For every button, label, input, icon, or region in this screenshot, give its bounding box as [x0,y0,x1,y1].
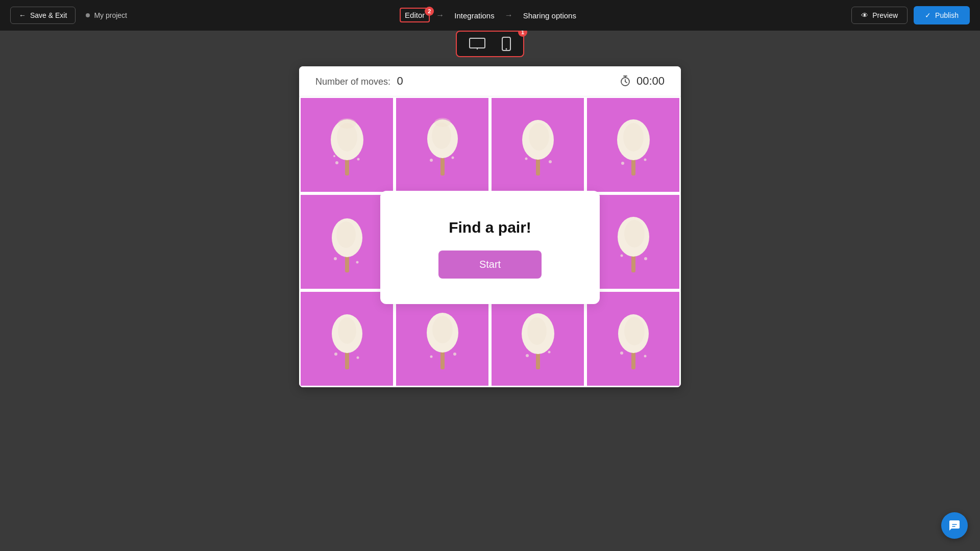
svg-point-4 [506,48,507,50]
mobile-device-button[interactable] [498,35,515,53]
svg-point-51 [453,353,456,356]
popsicle-icon [512,303,564,374]
svg-point-46 [334,353,337,356]
publish-button[interactable]: ✓ Publish [914,6,970,24]
chat-icon [948,519,961,532]
timer-section: 00:00 [619,74,665,88]
svg-point-56 [526,354,529,357]
start-game-button[interactable]: Start [438,251,542,279]
eye-icon: 👁 [861,11,868,19]
svg-point-60 [624,317,645,345]
timer-display: 00:00 [636,74,665,88]
svg-point-41 [644,257,647,260]
project-name-section: My project [86,11,127,19]
popsicle-icon [608,303,659,374]
svg-point-14 [335,161,338,164]
svg-point-47 [356,357,359,359]
top-navigation: ← Save & Exit My project Editor 2 → Inte… [0,0,980,31]
check-icon: ✓ [925,11,931,19]
svg-point-20 [434,118,451,127]
svg-point-31 [621,162,624,165]
back-arrow-icon: ← [19,11,26,19]
device-toolbar: 1 [456,31,524,57]
svg-rect-17 [440,158,445,176]
game-grid: Find a pair! Start [299,96,681,387]
card-11[interactable] [490,290,585,387]
svg-point-52 [430,356,432,358]
card-1[interactable] [299,96,395,193]
svg-point-30 [623,123,644,152]
find-pair-title: Find a pair! [449,219,531,236]
moves-label: Number of moves: [315,77,390,87]
svg-point-16 [333,155,335,157]
svg-rect-38 [631,255,635,272]
svg-point-61 [620,352,623,355]
editor-badge: 2 [425,7,434,16]
svg-rect-48 [440,352,445,369]
project-dot [86,13,90,17]
card-4[interactable] [585,96,681,193]
svg-rect-43 [345,352,349,369]
mobile-icon [502,37,511,51]
svg-point-21 [430,159,433,162]
popsicle-icon [608,109,659,181]
svg-point-26 [549,160,552,163]
card-9[interactable] [299,290,395,387]
svg-rect-23 [536,158,540,176]
svg-point-55 [527,317,547,345]
svg-point-40 [624,220,645,247]
svg-rect-53 [536,352,540,369]
card-10[interactable] [395,290,490,387]
svg-point-62 [644,355,646,358]
stats-bar: Number of moves: 0 00:00 [299,66,681,96]
moves-section: Number of moves: 0 [315,74,403,88]
popsicle-icon [322,206,373,278]
svg-point-32 [644,159,646,161]
svg-rect-28 [631,158,635,176]
svg-rect-0 [470,38,485,48]
nav-right-actions: 👁 Preview ✓ Publish [851,6,970,24]
sharing-step[interactable]: Sharing options [519,9,580,22]
game-container: Number of moves: 0 00:00 [299,66,681,387]
svg-rect-10 [345,158,349,176]
integrations-step[interactable]: Integrations [450,9,498,22]
canvas-area: Number of moves: 0 00:00 [0,56,980,551]
svg-point-37 [356,261,358,264]
chat-button[interactable] [941,512,968,539]
card-2[interactable] [395,96,490,193]
svg-point-35 [336,221,356,248]
svg-rect-33 [345,255,349,272]
popsicle-icon [512,109,564,181]
svg-point-50 [432,316,453,343]
card-12[interactable] [585,290,681,387]
card-8[interactable] [585,193,681,290]
nav-steps: Editor 2 → Integrations → Sharing option… [400,9,580,22]
popsicle-icon [322,303,373,374]
publish-label: Publish [935,11,959,19]
desktop-device-button[interactable] [465,36,489,52]
editor-step-wrapper: Editor 2 [400,11,430,20]
save-exit-label: Save & Exit [30,11,67,19]
popsicle-icon [417,303,468,374]
svg-point-13 [338,118,356,129]
find-pair-dialog: Find a pair! Start [380,191,600,304]
svg-point-36 [334,257,337,260]
popsicle-icon [322,109,373,181]
save-exit-button[interactable]: ← Save & Exit [10,7,76,24]
arrow-1: → [436,11,444,20]
preview-label: Preview [872,11,898,19]
svg-point-42 [620,255,623,257]
svg-point-15 [357,158,359,161]
svg-point-25 [529,123,549,151]
desktop-icon [469,38,485,50]
svg-line-7 [625,82,627,83]
moves-count: 0 [397,74,403,87]
svg-point-22 [451,157,454,159]
arrow-2: → [505,11,513,20]
popsicle-icon [608,206,659,278]
card-3[interactable] [490,96,585,193]
popsicle-icon [417,109,468,181]
svg-point-57 [548,351,550,354]
svg-rect-58 [631,352,635,369]
preview-button[interactable]: 👁 Preview [851,7,908,24]
